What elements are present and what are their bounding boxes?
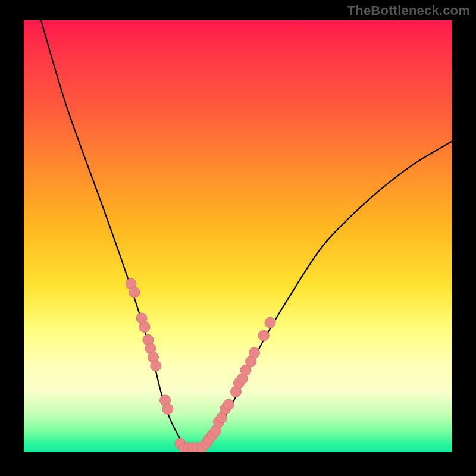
curve-layer <box>24 20 452 452</box>
data-marker <box>139 322 150 333</box>
chart-stage: TheBottleneck.com <box>0 0 476 476</box>
data-marker <box>151 361 161 371</box>
data-marker <box>249 347 259 358</box>
data-marker <box>162 403 173 414</box>
data-marker <box>265 317 275 328</box>
plot-area <box>24 20 452 452</box>
marker-group <box>126 278 275 452</box>
data-marker <box>258 330 269 341</box>
v-curve <box>41 20 452 449</box>
attribution-text: TheBottleneck.com <box>347 3 470 18</box>
data-marker <box>129 287 140 298</box>
data-marker <box>223 399 234 410</box>
